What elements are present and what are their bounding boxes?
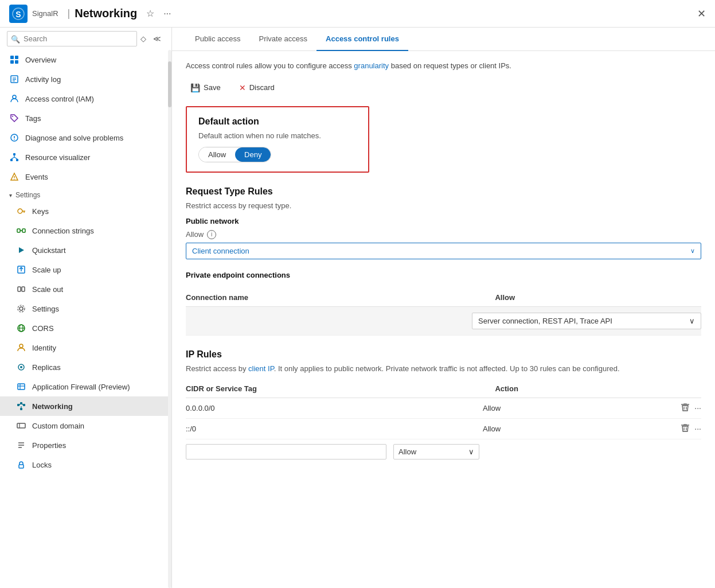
discard-icon: ✕: [239, 83, 246, 92]
sidebar-collapse-button[interactable]: ≪: [150, 32, 165, 45]
title-actions: ☆ ···: [144, 7, 173, 20]
ip-table-header: CIDR or Service Tag Action: [186, 380, 701, 398]
svg-point-11: [13, 95, 16, 99]
ip-row-2-more-button[interactable]: ···: [694, 424, 701, 433]
allow-cell: Server connection, REST API, Trace API ∨: [472, 313, 701, 329]
sidebar-item-networking[interactable]: Networking: [0, 396, 171, 416]
svg-point-37: [18, 305, 25, 312]
save-button[interactable]: 💾 Save: [186, 81, 225, 95]
svg-rect-47: [17, 404, 19, 406]
sidebar-item-keys[interactable]: Keys: [0, 201, 171, 221]
svg-rect-49: [23, 404, 25, 406]
sidebar-item-label-custom-domain: Custom domain: [32, 422, 84, 430]
client-ip-link[interactable]: client IP: [248, 364, 274, 373]
close-button[interactable]: ✕: [697, 7, 706, 20]
favorite-button[interactable]: ☆: [144, 7, 157, 20]
sidebar-item-access-control[interactable]: Access control (IAM): [0, 89, 171, 108]
ip-row-1-action: Allow: [483, 404, 681, 412]
public-network-dropdown[interactable]: Client connection ∨: [186, 243, 701, 259]
sidebar-item-events[interactable]: Events: [0, 167, 171, 186]
default-action-box: Default action Default action when no ru…: [186, 106, 369, 173]
svg-rect-3: [10, 56, 14, 59]
sidebar-item-scale-out[interactable]: Scale out: [0, 279, 171, 299]
sidebar-item-cors[interactable]: CORS: [0, 318, 171, 338]
svg-point-12: [12, 116, 13, 117]
connection-strings-icon: [16, 225, 26, 236]
ip-add-action-select[interactable]: Allow ∨: [393, 444, 479, 460]
sidebar-item-label-tags: Tags: [25, 114, 41, 123]
ip-row-2-delete-button[interactable]: [681, 423, 690, 434]
sidebar-item-overview[interactable]: Overview: [0, 50, 171, 69]
sidebar-section-settings[interactable]: ▾ Settings: [0, 186, 171, 201]
ip-row-2-action: Allow: [483, 425, 681, 433]
allow-dropdown[interactable]: Server connection, REST API, Trace API ∨: [472, 313, 701, 329]
toggle-deny-button[interactable]: Deny: [235, 147, 271, 162]
sidebar-item-scale-up[interactable]: Scale up: [0, 260, 171, 279]
ip-row-1-delete-button[interactable]: [681, 403, 690, 414]
tags-icon: [9, 113, 19, 123]
custom-domain-icon: [16, 420, 26, 431]
header-allow: Allow: [495, 293, 701, 302]
firewall-icon: [16, 381, 26, 392]
tab-access-control-rules[interactable]: Access control rules: [317, 28, 408, 51]
sidebar-item-app-firewall[interactable]: Application Firewall (Preview): [0, 377, 171, 396]
page-title-area: | Networking ☆ ···: [68, 7, 697, 20]
ip-add-row: Allow ∨: [186, 439, 701, 464]
top-bar: S SignalR | Networking ☆ ··· ✕: [0, 0, 715, 28]
ip-row-1-more-button[interactable]: ···: [694, 403, 701, 412]
svg-rect-28: [17, 229, 20, 232]
svg-text:S: S: [15, 10, 21, 19]
sidebar-nav: Overview Activity log Access control (IA…: [0, 50, 171, 588]
svg-line-21: [14, 157, 17, 159]
granularity-link[interactable]: granularity: [354, 61, 389, 70]
sidebar-item-custom-domain[interactable]: Custom domain: [0, 416, 171, 435]
app-name: SignalR: [32, 9, 58, 18]
toggle-allow-button[interactable]: Allow: [199, 147, 235, 162]
sidebar-item-tags[interactable]: Tags: [0, 108, 171, 128]
allow-info-icon[interactable]: i: [207, 230, 216, 239]
sidebar-item-identity[interactable]: Identity: [0, 338, 171, 357]
svg-rect-16: [13, 153, 15, 155]
content-body: Access control rules allow you to config…: [172, 51, 715, 588]
app-icon: S: [9, 5, 28, 23]
ip-rules-section: IP Rules Restrict access by client IP. I…: [186, 349, 701, 464]
public-network-section: Public network Allow i Client connection…: [186, 217, 701, 259]
sidebar-item-replicas[interactable]: Replicas: [0, 357, 171, 377]
iam-icon: [9, 94, 19, 104]
sidebar-item-settings[interactable]: Settings: [0, 299, 171, 318]
sidebar-item-label-properties: Properties: [32, 441, 66, 450]
ip-row-1: 0.0.0.0/0 Allow ···: [186, 398, 701, 419]
sidebar-item-activity-log[interactable]: Activity log: [0, 69, 171, 89]
networking-icon: [16, 401, 26, 411]
header-action: Action: [495, 384, 701, 393]
ip-row-1-cidr: 0.0.0.0/0: [186, 404, 483, 412]
discard-button[interactable]: ✕ Discard: [235, 81, 279, 95]
sidebar-item-diagnose[interactable]: Diagnose and solve problems: [0, 128, 171, 147]
sidebar-pin-button[interactable]: ◇: [137, 32, 150, 45]
ip-rules-title: IP Rules: [186, 349, 701, 360]
sidebar-item-label-replicas: Replicas: [32, 363, 61, 372]
svg-rect-34: [18, 287, 21, 291]
sidebar-item-label-locks: Locks: [32, 461, 52, 469]
properties-icon: [16, 440, 26, 450]
more-options-button[interactable]: ···: [161, 7, 173, 20]
sidebar-item-resource-visualizer[interactable]: Resource visualizer: [0, 147, 171, 167]
sidebar-item-label-resource-visualizer: Resource visualizer: [25, 153, 90, 162]
main-layout: 🔍 ◇ ≪ Overview Acti: [0, 28, 715, 588]
allow-dropdown-chevron: ∨: [689, 317, 695, 325]
toolbar: 💾 Save ✕ Discard: [186, 81, 701, 95]
sidebar-item-connection-strings[interactable]: Connection strings: [0, 221, 171, 240]
tab-private-access[interactable]: Private access: [249, 28, 317, 51]
sidebar-item-label-overview: Overview: [25, 56, 56, 64]
svg-rect-18: [16, 159, 18, 161]
sidebar-scrollbar-thumb[interactable]: [168, 61, 171, 107]
sidebar-item-properties[interactable]: Properties: [0, 435, 171, 455]
page-title: Networking: [75, 7, 137, 20]
sidebar-item-quickstart[interactable]: Quickstart: [0, 240, 171, 260]
search-input[interactable]: [7, 31, 137, 46]
scale-up-icon: [16, 264, 26, 275]
ip-add-cidr-input[interactable]: [186, 444, 386, 460]
tab-public-access[interactable]: Public access: [186, 28, 249, 51]
sidebar-item-locks[interactable]: Locks: [0, 455, 171, 474]
public-network-dropdown-chevron: ∨: [690, 247, 695, 255]
